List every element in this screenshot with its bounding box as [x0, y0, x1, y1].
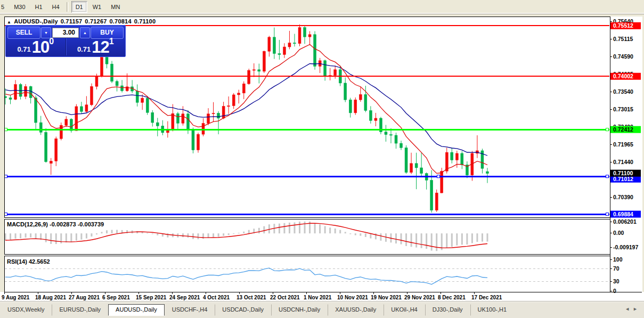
hline-handle[interactable]	[606, 213, 609, 216]
sell-price-pips: 10	[32, 40, 49, 55]
plot-bg	[4, 17, 610, 292]
hline-handle[interactable]	[5, 128, 7, 131]
hline-handle[interactable]	[606, 128, 609, 131]
chart-tab-uk100-h1[interactable]: UK100-,H1	[470, 304, 514, 316]
chart-tab-usdchf-h4[interactable]: USDCHF-,H4	[165, 304, 215, 316]
svg-text:0.74590: 0.74590	[613, 53, 633, 60]
hline-handle[interactable]	[5, 175, 7, 178]
svg-text:0.71100: 0.71100	[613, 170, 633, 176]
timeframe-button-5[interactable]: 5	[0, 1, 9, 13]
svg-text:0.71440: 0.71440	[613, 159, 633, 165]
svg-text:0: 0	[613, 288, 616, 294]
svg-text:17 Dec 2021: 17 Dec 2021	[471, 295, 502, 300]
quote-low: 0.70814	[110, 18, 132, 25]
tab-scroll-left-icon[interactable]: ◄	[625, 306, 633, 312]
svg-text:9 Aug 2021: 9 Aug 2021	[2, 295, 30, 300]
svg-text:0.70390: 0.70390	[613, 194, 633, 200]
buy-price-pips: 12	[92, 40, 109, 55]
svg-text:22 Oct 2021: 22 Oct 2021	[270, 295, 300, 300]
volume-input[interactable]: 3.00	[52, 28, 79, 38]
buy-price[interactable]: 0.71 12 1	[66, 38, 126, 55]
svg-text:0.75512: 0.75512	[613, 22, 633, 29]
svg-text:29 Nov 2021: 29 Nov 2021	[404, 295, 435, 300]
svg-text:70: 70	[613, 265, 619, 272]
chart-tab-usdcad-daily[interactable]: USDCAD-,Daily	[215, 304, 271, 316]
svg-text:13 Oct 2021: 13 Oct 2021	[237, 295, 266, 300]
quote-high: 0.71267	[85, 18, 107, 25]
chart-tab-xauusd-daily[interactable]: XAUUSD-,Daily	[328, 304, 384, 316]
svg-text:0.75115: 0.75115	[613, 36, 633, 42]
sell-price[interactable]: 0.71 10 0	[6, 38, 66, 55]
timeframe-button-h4[interactable]: H4	[48, 1, 64, 13]
timeframe-button-mn[interactable]: MN	[107, 1, 124, 13]
svg-text:6 Sep 2021: 6 Sep 2021	[102, 295, 130, 300]
chart-title-bar: ▲AUDUSD-,Daily0.711570.712670.708140.711…	[7, 18, 158, 25]
svg-text:30: 30	[613, 278, 619, 284]
chart-tab-usdx-weekly[interactable]: USDX,Weekly	[0, 304, 52, 316]
svg-text:100: 100	[613, 256, 623, 263]
svg-text:24 Sep 2021: 24 Sep 2021	[169, 295, 200, 300]
mt4-app: 5M30H1H4D1W1MN 0.756400.751150.745900.74…	[0, 0, 644, 318]
svg-text:15 Sep 2021: 15 Sep 2021	[136, 295, 167, 300]
spinner-down-icon: ▼	[44, 31, 48, 35]
hline-handle[interactable]	[606, 175, 609, 178]
svg-text:27 Aug 2021: 27 Aug 2021	[69, 295, 100, 300]
svg-text:0.00: 0.00	[613, 230, 624, 236]
timeframe-button-m30[interactable]: M30	[10, 1, 29, 13]
sell-price-point: 0	[49, 37, 54, 46]
svg-text:4 Oct 2021: 4 Oct 2021	[203, 295, 230, 300]
svg-text:0.72412: 0.72412	[613, 126, 633, 133]
timeframe-button-d1[interactable]: D1	[71, 1, 87, 13]
svg-text:8 Dec 2021: 8 Dec 2021	[438, 295, 466, 300]
svg-text:0.006201: 0.006201	[613, 218, 637, 225]
sell-price-base: 0.71	[17, 44, 30, 55]
spinner-up-icon: ▲	[83, 31, 87, 35]
toolbar-separator	[67, 2, 69, 12]
tab-scroll-right-icon[interactable]: ►	[633, 306, 641, 312]
one-click-trading-panel: SELL ▼ 3.00 ▲ BUY 0.71 10 0 0.71 12 1	[5, 25, 126, 57]
quote-open: 0.71157	[61, 18, 83, 25]
buy-price-point: 1	[109, 37, 114, 46]
buy-price-base: 0.71	[77, 44, 91, 55]
timeframe-button-w1[interactable]: W1	[88, 1, 106, 13]
chart-tab-audusd-daily[interactable]: AUDUSD-,Daily	[108, 304, 165, 316]
symbol-title: AUDUSD-,Daily	[14, 18, 58, 25]
svg-text:0.69884: 0.69884	[613, 211, 633, 217]
svg-text:-0.009197: -0.009197	[613, 244, 638, 250]
chart-tab-ukoil-h4[interactable]: UKOil-,H4	[384, 304, 425, 316]
svg-text:19 Nov 2021: 19 Nov 2021	[371, 295, 402, 300]
timeframe-button-h1[interactable]: H1	[31, 1, 47, 13]
chart-tab-eurusd-daily[interactable]: EURUSD-,Daily	[52, 304, 108, 316]
hline-handle[interactable]	[437, 175, 440, 178]
svg-text:1 Nov 2021: 1 Nov 2021	[304, 295, 332, 300]
sell-button[interactable]: SELL	[7, 27, 40, 39]
hline-handle[interactable]	[5, 213, 7, 216]
svg-text:0.71965: 0.71965	[613, 141, 633, 148]
volume-increase-button[interactable]: ▲	[80, 27, 90, 38]
collapse-chart-icon[interactable]: ▲	[7, 20, 11, 25]
rsi-label: RSI(14) 42.5652	[7, 258, 50, 265]
svg-text:18 Aug 2021: 18 Aug 2021	[35, 295, 66, 300]
chart-tabs-bar: USDX,WeeklyEURUSD-,DailyAUDUSD-,DailyUSD…	[0, 301, 644, 318]
current-price-label: 0.71100	[610, 170, 641, 177]
timeframe-toolbar: 5M30H1H4D1W1MN	[0, 0, 644, 14]
macd-label: MACD(12,26,9) -0.002873 -0.003739	[7, 221, 104, 227]
svg-text:0.74002: 0.74002	[613, 73, 633, 79]
buy-button[interactable]: BUY	[91, 27, 124, 39]
svg-text:0.73540: 0.73540	[613, 88, 633, 95]
svg-text:0.73015: 0.73015	[613, 106, 633, 112]
chart-tab-dj30-daily[interactable]: DJ30-,Daily	[425, 304, 470, 316]
chart-tab-usdcnh-daily[interactable]: USDCNH-,Daily	[271, 304, 328, 316]
svg-text:10 Nov 2021: 10 Nov 2021	[337, 295, 368, 300]
quote-close: 0.71100	[134, 18, 156, 25]
